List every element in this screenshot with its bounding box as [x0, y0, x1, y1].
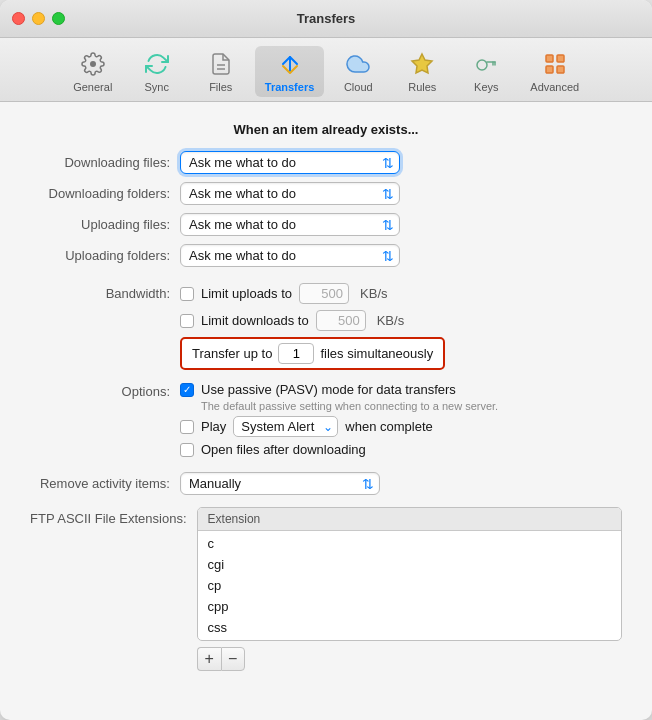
downloading-files-select-wrapper: Ask me what to do ⇅: [180, 151, 400, 174]
options-content: ✓ Use passive (PASV) mode for data trans…: [180, 382, 622, 462]
play-sound-select[interactable]: System Alert: [233, 416, 338, 437]
svg-marker-3: [412, 54, 432, 73]
play-checkbox[interactable]: [180, 420, 194, 434]
tab-transfers[interactable]: Transfers: [255, 46, 325, 97]
options-row: Options: ✓ Use passive (PASV) mode for d…: [30, 382, 622, 462]
when-complete-text: when complete: [345, 419, 432, 434]
transfer-simultaneous-row: Transfer up to files simultaneously: [180, 337, 622, 370]
pasv-checkbox[interactable]: ✓: [180, 383, 194, 397]
uploading-files-label: Uploading files:: [30, 217, 180, 232]
play-label-text: Play: [201, 419, 226, 434]
remove-activity-row: Remove activity items: Manually ⇅: [30, 472, 622, 495]
transfer-up-to-text: Transfer up to: [192, 346, 272, 361]
files-icon: [207, 50, 235, 78]
open-files-label: Open files after downloading: [201, 442, 366, 457]
tab-sync-label: Sync: [145, 81, 169, 93]
downloading-folders-select[interactable]: Ask me what to do: [180, 182, 400, 205]
ftp-section: FTP ASCII File Extensions: Extension c c…: [30, 507, 622, 671]
limit-uploads-row: Limit uploads to KB/s: [180, 283, 388, 304]
tab-rules[interactable]: Rules: [392, 46, 452, 97]
list-item[interactable]: cgi: [198, 554, 621, 575]
svg-point-4: [477, 60, 487, 70]
cloud-icon: [344, 50, 372, 78]
ftp-list-wrapper: Extension c cgi cp cpp css + −: [197, 507, 622, 671]
toolbar: General Sync Files: [0, 38, 652, 102]
tab-sync[interactable]: Sync: [127, 46, 187, 97]
downloading-folders-select-wrapper: Ask me what to do ⇅: [180, 182, 400, 205]
tab-advanced-label: Advanced: [530, 81, 579, 93]
limit-downloads-checkbox[interactable]: [180, 314, 194, 328]
pasv-note: The default passive setting when connect…: [201, 400, 622, 412]
tab-keys[interactable]: Keys: [456, 46, 516, 97]
tab-general[interactable]: General: [63, 46, 123, 97]
downloading-files-row: Downloading files: Ask me what to do ⇅: [30, 151, 622, 174]
svg-rect-11: [557, 66, 564, 73]
minimize-button[interactable]: [32, 12, 45, 25]
uploading-files-row: Uploading files: Ask me what to do ⇅: [30, 213, 622, 236]
tab-files-label: Files: [209, 81, 232, 93]
sync-icon: [143, 50, 171, 78]
pasv-label: Use passive (PASV) mode for data transfe…: [201, 382, 456, 397]
tab-cloud-label: Cloud: [344, 81, 373, 93]
list-item[interactable]: cpp: [198, 596, 621, 617]
uploading-folders-label: Uploading folders:: [30, 248, 180, 263]
preferences-window: Transfers General Sync: [0, 0, 652, 720]
svg-rect-9: [557, 55, 564, 62]
maximize-button[interactable]: [52, 12, 65, 25]
uploading-folders-select-wrapper: Ask me what to do ⇅: [180, 244, 400, 267]
open-files-checkbox[interactable]: [180, 443, 194, 457]
options-section: Options: ✓ Use passive (PASV) mode for d…: [30, 382, 622, 462]
transfer-box: Transfer up to files simultaneously: [180, 337, 445, 370]
tab-cloud[interactable]: Cloud: [328, 46, 388, 97]
remove-label: Remove activity items:: [30, 476, 180, 491]
limit-uploads-unit: KB/s: [360, 286, 387, 301]
ftp-column-header: Extension: [198, 508, 621, 531]
limit-downloads-unit: KB/s: [377, 313, 404, 328]
limit-uploads-checkbox[interactable]: [180, 287, 194, 301]
list-item[interactable]: c: [198, 533, 621, 554]
remove-select[interactable]: Manually: [180, 472, 380, 495]
limit-downloads-text: Limit downloads to: [201, 313, 309, 328]
keys-icon: [472, 50, 500, 78]
open-files-option: Open files after downloading: [180, 442, 622, 457]
transfer-simultaneously-text: files simultaneously: [320, 346, 433, 361]
limit-downloads-row: Limit downloads to KB/s: [30, 310, 622, 331]
transfers-icon: [276, 50, 304, 78]
uploading-files-select[interactable]: Ask me what to do: [180, 213, 400, 236]
titlebar: Transfers: [0, 0, 652, 38]
ftp-list: Extension c cgi cp cpp css: [197, 507, 622, 641]
uploading-folders-row: Uploading folders: Ask me what to do ⇅: [30, 244, 622, 267]
downloading-files-select[interactable]: Ask me what to do: [180, 151, 400, 174]
window-title: Transfers: [297, 11, 356, 26]
list-item[interactable]: css: [198, 617, 621, 638]
section-title: When an item already exists...: [30, 122, 622, 137]
uploading-folders-select[interactable]: Ask me what to do: [180, 244, 400, 267]
limit-downloads-value[interactable]: [316, 310, 366, 331]
limit-downloads-checkbox-row: Limit downloads to KB/s: [180, 310, 404, 331]
list-item[interactable]: cp: [198, 575, 621, 596]
close-button[interactable]: [12, 12, 25, 25]
pasv-option: ✓ Use passive (PASV) mode for data trans…: [180, 382, 622, 397]
rules-icon: [408, 50, 436, 78]
limit-uploads-value[interactable]: [299, 283, 349, 304]
uploading-files-select-wrapper: Ask me what to do ⇅: [180, 213, 400, 236]
play-option: Play System Alert ⌄ when complete: [180, 416, 622, 437]
transfer-count-input[interactable]: [278, 343, 314, 364]
svg-rect-8: [546, 55, 553, 62]
content-area: When an item already exists... Downloadi…: [0, 102, 652, 720]
tab-transfers-label: Transfers: [265, 81, 315, 93]
remove-select-wrapper: Manually ⇅: [180, 472, 380, 495]
add-extension-button[interactable]: +: [197, 647, 221, 671]
bandwidth-row: Bandwidth: Limit uploads to KB/s: [30, 283, 622, 304]
bandwidth-label: Bandwidth:: [30, 286, 180, 301]
gear-icon: [79, 50, 107, 78]
ftp-label: FTP ASCII File Extensions:: [30, 507, 197, 526]
tab-rules-label: Rules: [408, 81, 436, 93]
traffic-lights: [12, 12, 65, 25]
ftp-list-items: c cgi cp cpp css: [198, 531, 621, 640]
tab-files[interactable]: Files: [191, 46, 251, 97]
play-sound-select-wrapper: System Alert ⌄: [233, 416, 338, 437]
tab-advanced[interactable]: Advanced: [520, 46, 589, 97]
ftp-buttons: + −: [197, 647, 622, 671]
remove-extension-button[interactable]: −: [221, 647, 245, 671]
